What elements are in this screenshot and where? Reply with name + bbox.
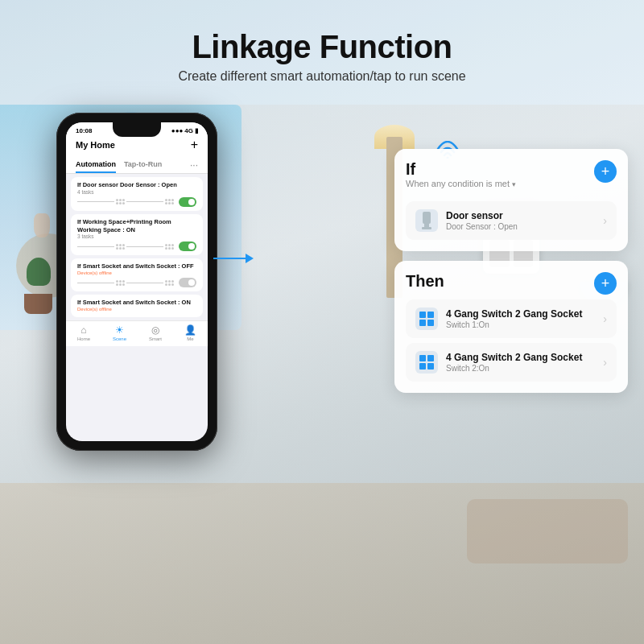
- if-condition-row[interactable]: Door sensor Door Sensor : Open ›: [406, 201, 617, 240]
- svg-rect-4: [423, 212, 431, 224]
- plant-pot: [24, 258, 52, 314]
- if-card-header: If When any condition is met ▾ +: [406, 160, 617, 196]
- list-item[interactable]: If Smart Socket and Switch Socket : OFF …: [71, 258, 203, 291]
- phone-app-header: My Home +: [66, 136, 208, 157]
- item-title: If Smart Socket and Switch Socket : ON: [77, 299, 196, 307]
- arrow-connector: [213, 254, 254, 263]
- tab-tap-to-run[interactable]: Tap-to-Run: [124, 157, 162, 173]
- list-item[interactable]: If Door sensor Door Sensor : Open 4 task…: [71, 177, 203, 211]
- then-row-2-title: 4 Gang Switch 2 Gang Socket: [446, 352, 595, 363]
- row-chevron-icon: ›: [603, 356, 607, 369]
- then-row-2[interactable]: 4 Gang Switch 2 Gang Socket Switch 2:On …: [406, 343, 617, 382]
- page-subtitle: Create different smart automation/tap to…: [178, 69, 465, 84]
- toggle-switch[interactable]: [179, 278, 196, 287]
- toggle-switch[interactable]: [179, 197, 196, 207]
- scene-nav-icon: ☀: [115, 324, 124, 336]
- if-row-subtitle: Door Sensor : Open: [446, 222, 595, 231]
- item-controls: [77, 278, 196, 287]
- if-card-subtitle: When any condition is met ▾: [406, 179, 516, 188]
- page-title: Linkage Function: [192, 29, 452, 64]
- if-row-title: Door sensor: [446, 210, 595, 221]
- arrow-line: [213, 258, 246, 259]
- nav-me[interactable]: 👤 Me: [184, 324, 196, 341]
- row-chevron-icon: ›: [603, 312, 607, 325]
- nav-smart[interactable]: ◎ Smart: [149, 324, 162, 341]
- then-row-2-subtitle: Switch 2:On: [446, 364, 595, 373]
- phone-time: 10:08: [76, 127, 92, 134]
- nav-scene-label: Scene: [113, 336, 126, 341]
- tab-automation[interactable]: Automation: [76, 157, 116, 173]
- then-row-1[interactable]: 4 Gang Switch 2 Gang Socket Switch 1:On …: [406, 299, 617, 338]
- then-card: Then + 4 Gang Switch 2 Gang Socket Switc…: [394, 261, 628, 393]
- then-row-2-content: 4 Gang Switch 2 Gang Socket Switch 2:On: [446, 352, 595, 373]
- item-controls: [77, 197, 196, 207]
- toggle-switch[interactable]: [179, 242, 196, 251]
- me-nav-icon: 👤: [184, 324, 196, 336]
- vase: [34, 213, 50, 237]
- chevron-down-icon: ▾: [512, 180, 516, 188]
- home-label: My Home: [76, 140, 115, 150]
- if-add-button[interactable]: +: [594, 160, 617, 183]
- nav-smart-label: Smart: [149, 336, 162, 341]
- automation-list: If Door sensor Door Sensor : Open 4 task…: [66, 174, 208, 320]
- sensor-icon: [415, 209, 438, 232]
- phone-screen: 10:08 ●●● 4G ▮ My Home + Automation Tap-…: [66, 122, 208, 441]
- switch-icon: [415, 351, 438, 374]
- then-row-1-subtitle: Switch 1:On: [446, 320, 595, 329]
- nav-scene[interactable]: ☀ Scene: [113, 324, 126, 341]
- sofa: [467, 499, 628, 564]
- nav-home[interactable]: ⌂ Home: [77, 324, 90, 341]
- if-card-title: If: [406, 160, 516, 179]
- item-title: If Door sensor Door Sensor : Open: [77, 181, 196, 189]
- smart-nav-icon: ◎: [151, 324, 159, 336]
- item-subtitle: 4 tasks: [77, 189, 196, 195]
- phone-plus-btn[interactable]: +: [191, 138, 198, 152]
- phone-bottom-nav: ⌂ Home ☀ Scene ◎ Smart 👤 Me: [66, 320, 208, 346]
- item-offline-status: Device(s) offline: [77, 270, 196, 275]
- header: Linkage Function Create different smart …: [0, 0, 644, 105]
- phone-mockup: 10:08 ●●● 4G ▮ My Home + Automation Tap-…: [56, 113, 217, 451]
- if-card: If When any condition is met ▾ + Door se…: [394, 149, 628, 251]
- svg-rect-6: [422, 227, 431, 229]
- cards-area: If When any condition is met ▾ + Door se…: [394, 149, 628, 393]
- item-offline-status: Device(s) offline: [77, 307, 196, 312]
- then-add-button[interactable]: +: [594, 272, 617, 295]
- nav-home-label: Home: [77, 336, 90, 341]
- phone-notch: [113, 122, 161, 137]
- arrow-head: [246, 254, 254, 263]
- home-nav-icon: ⌂: [80, 324, 86, 336]
- item-subtitle: 3 tasks: [77, 233, 196, 239]
- phone-body: 10:08 ●●● 4G ▮ My Home + Automation Tap-…: [56, 113, 217, 451]
- switch-icon: [415, 308, 438, 330]
- list-item[interactable]: If Smart Socket and Switch Socket : ON D…: [71, 295, 203, 317]
- item-title: If Working Space+Printing Room Working S…: [77, 218, 196, 234]
- item-title: If Smart Socket and Switch Socket : OFF: [77, 262, 196, 270]
- row-chevron-icon: ›: [603, 214, 607, 227]
- if-row-content: Door sensor Door Sensor : Open: [446, 210, 595, 231]
- then-row-1-title: 4 Gang Switch 2 Gang Socket: [446, 308, 595, 320]
- status-icons: ●●● 4G ▮: [171, 127, 198, 134]
- svg-rect-5: [424, 224, 429, 227]
- then-card-header: Then +: [406, 272, 617, 295]
- nav-me-label: Me: [187, 336, 193, 341]
- list-item[interactable]: If Working Space+Printing Room Working S…: [71, 214, 203, 256]
- phone-tabs: Automation Tap-to-Run ···: [66, 157, 208, 174]
- item-controls: [77, 242, 196, 251]
- then-row-1-content: 4 Gang Switch 2 Gang Socket Switch 1:On: [446, 308, 595, 329]
- then-card-title: Then: [406, 272, 444, 291]
- tab-menu[interactable]: ···: [190, 157, 198, 173]
